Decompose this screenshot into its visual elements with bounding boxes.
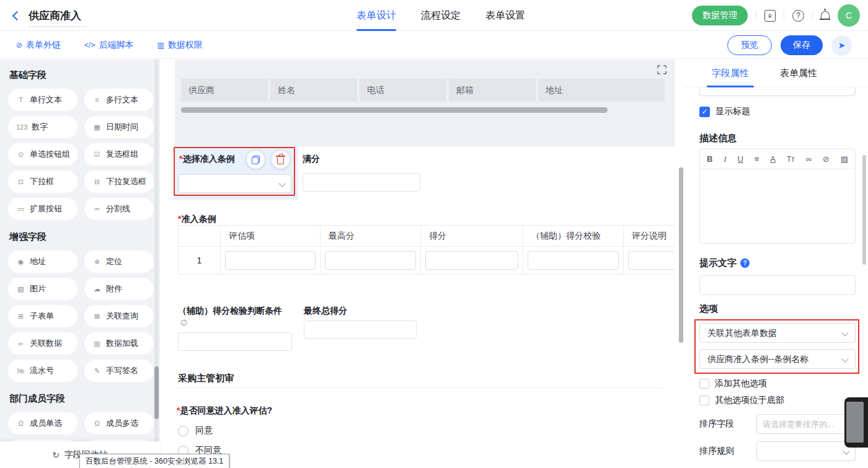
widget-scrollbar[interactable] (846, 402, 864, 443)
sort-rule-select[interactable] (756, 441, 856, 461)
field-pill[interactable]: ☑ 复选框组 (84, 143, 154, 166)
field-pill[interactable]: Ω 成员单选 (8, 412, 78, 435)
font-size-icon[interactable]: Tᴛ (787, 155, 795, 164)
field-title-input-partial[interactable] (699, 87, 856, 96)
editor-body[interactable] (700, 169, 855, 243)
italic-icon[interactable]: I (724, 154, 726, 164)
aux-condition-input[interactable] (178, 332, 292, 351)
field-pill-icon: T (16, 96, 25, 104)
font-color-icon[interactable]: A (770, 154, 776, 164)
subform-cell-input[interactable] (528, 251, 619, 270)
field-pill[interactable]: ▥ 数据加载 (84, 332, 154, 355)
toolbar-link[interactable]: ⊘ 表单外链 (16, 32, 61, 59)
field-pill-label: 数据加载 (106, 338, 138, 349)
tab-form-setting[interactable]: 表单设置 (485, 0, 525, 31)
field-pill[interactable]: ⊠ 关联查询 (84, 305, 154, 327)
field-pill-icon: ∞ (16, 340, 25, 347)
sidebar-scrollbar-thumb[interactable] (154, 366, 159, 419)
delete-field-button[interactable] (272, 151, 290, 169)
field-pill[interactable]: ⊞ 子表单 (8, 305, 78, 327)
checkbox-checked-icon[interactable]: ✓ (699, 107, 710, 117)
sort-field-input[interactable] (757, 415, 855, 433)
field-pill[interactable]: ▭ 扩展按钮 (8, 198, 78, 220)
toolbar-link[interactable]: </> 后端脚本 (84, 32, 133, 59)
question-circle-icon[interactable]: ? (740, 258, 750, 268)
field-pill-label: 关联查询 (106, 311, 138, 322)
field-pill[interactable]: ✎ 手写签名 (84, 360, 154, 382)
field-pill[interactable]: ⊡ 下拉框 (8, 170, 78, 193)
toolbar-link[interactable]: ▥ 数据权限 (157, 32, 202, 59)
canvas-scrollbar-thumb[interactable] (679, 167, 683, 343)
tab-field-properties[interactable]: 字段属性 (712, 60, 749, 87)
expand-icon[interactable] (657, 65, 666, 74)
subform-cell-input[interactable] (325, 251, 416, 270)
option-source-select[interactable]: 关联其他表单数据 (699, 323, 856, 343)
subform-cell-input[interactable] (225, 251, 316, 270)
help-icon[interactable]: ? (792, 10, 804, 22)
eye-off-icon[interactable]: ∅ (180, 318, 187, 327)
subform-cell-input[interactable] (628, 251, 675, 270)
field-pill-icon: ⊙ (16, 151, 25, 159)
field-pill-icon: ▭ (16, 205, 25, 213)
image-icon[interactable]: ▨ (841, 154, 848, 164)
field-pill[interactable]: ☁ 附件 (84, 278, 154, 300)
radio-icon[interactable] (178, 426, 188, 436)
bold-icon[interactable]: B (707, 154, 712, 164)
copy-field-button[interactable] (247, 151, 265, 169)
field-pill-icon: ◉ (16, 258, 25, 266)
contact-book-icon[interactable]: ʀ (764, 10, 776, 22)
field-pill[interactable]: ⊟ 下拉复选框 (84, 170, 154, 193)
field-pill[interactable]: ◉ 地址 (8, 250, 78, 273)
description-label: 描述信息 (699, 133, 737, 144)
subform-cell-input[interactable] (425, 251, 518, 270)
other-option-bottom-row[interactable]: 其他选项位于底部 (699, 395, 784, 406)
final-score-input[interactable] (304, 320, 417, 339)
radio-option-agree[interactable]: 同意 (178, 425, 213, 436)
add-other-option-row[interactable]: 添加其他选项 (699, 378, 767, 389)
browser-float-widget[interactable]: 中 ʼ ☾ (844, 397, 868, 448)
toolbar-links: ⊘ 表单外链 </> 后端脚本 ▥ 数据权限 (16, 32, 203, 59)
preview-button[interactable]: 预览 (727, 35, 772, 55)
horizontal-scrollbar[interactable] (181, 107, 608, 113)
tab-form-design[interactable]: 表单设计 (356, 0, 396, 31)
full-score-input[interactable] (303, 173, 420, 192)
field-pill[interactable]: ⊕ 定位 (84, 250, 154, 273)
rule-select[interactable] (179, 174, 291, 193)
tab-form-properties[interactable]: 表单属性 (780, 60, 817, 87)
field-pill[interactable]: Ω 成员多选 (84, 412, 154, 435)
data-manage-button[interactable]: 数据管理 (692, 6, 748, 25)
avatar[interactable]: C (838, 4, 860, 27)
checkbox-icon[interactable] (699, 395, 709, 405)
option-field-select[interactable]: 供应商准入条例--条例名称 (699, 349, 856, 369)
field-pill[interactable]: ≡ 多行文本 (84, 89, 154, 111)
sort-rule-label: 排序规则 (699, 446, 734, 457)
subform-header-row: 评估项 最高分 得分 （辅助）得分校验 评分说明 (179, 226, 675, 247)
field-pill[interactable]: ⊙ 单选按钮组 (8, 143, 78, 166)
underline-icon[interactable]: U (738, 154, 743, 164)
share-button[interactable]: ➤ (831, 35, 852, 56)
field-pill-label: 定位 (106, 256, 122, 267)
subform-header-cell: （辅助）得分校验 (523, 226, 624, 247)
field-pill-icon: ☁ (92, 285, 102, 293)
page-title[interactable]: 供应商准入 (29, 9, 86, 27)
selected-field[interactable]: *选择准入条例 (174, 147, 295, 196)
field-pill[interactable]: T 单行文本 (8, 89, 78, 111)
link-icon[interactable]: ∞ (806, 154, 812, 164)
checkbox-icon[interactable] (699, 379, 709, 389)
tab-flow-setting[interactable]: 流程设定 (421, 0, 461, 31)
field-pill[interactable]: № 流水号 (8, 360, 78, 382)
field-pill[interactable]: ▦ 日期时间 (84, 116, 154, 138)
save-button[interactable]: 保存 (781, 35, 823, 55)
field-pill[interactable]: 123 数字 (8, 116, 78, 138)
show-title-checkbox-row[interactable]: ✓ 显示标题 (699, 106, 750, 117)
hint-input[interactable] (699, 275, 856, 295)
align-icon[interactable]: ≡ (755, 154, 760, 164)
unlink-icon[interactable]: ⊘ (823, 154, 830, 164)
field-pill[interactable]: ∞ 关联数据 (8, 332, 78, 355)
back-icon[interactable] (12, 11, 22, 21)
toolbar-link-label: 数据权限 (168, 40, 203, 51)
field-pill[interactable]: ▧ 图片 (8, 278, 78, 300)
field-pill[interactable]: ═ 分割线 (84, 198, 154, 220)
panel-scrollbar-thumb[interactable] (862, 155, 866, 265)
bell-icon[interactable] (821, 11, 830, 19)
